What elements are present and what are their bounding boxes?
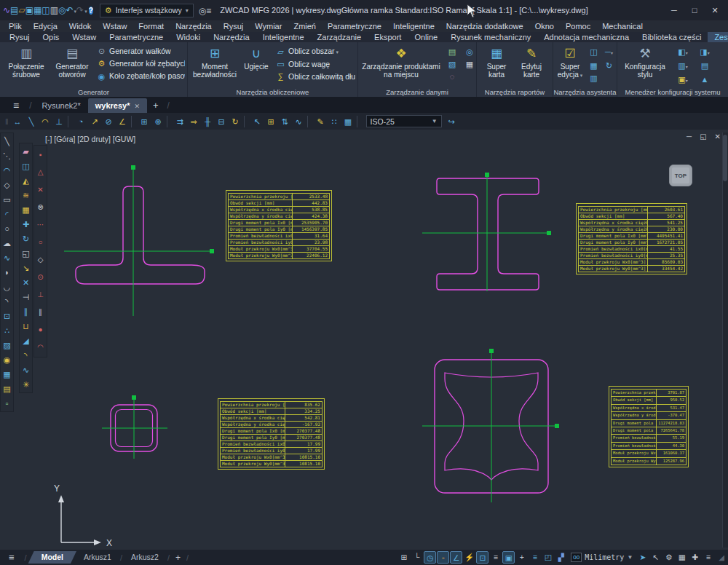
- dim-tolerance-icon[interactable]: ⊞: [138, 115, 151, 128]
- smart-voice-icon[interactable]: ➤: [636, 551, 649, 564]
- doc-close-button[interactable]: ✕: [715, 133, 721, 141]
- calc-total-length-button[interactable]: ∑ Oblicz całkowitą długość: [276, 72, 354, 82]
- region-tool-icon[interactable]: ◉: [1, 352, 12, 367]
- fullscreen-icon[interactable]: ✚: [689, 551, 701, 564]
- selection-cycling-icon[interactable]: ▣: [502, 551, 515, 564]
- menu-narzedzia[interactable]: Narzędzia: [170, 20, 218, 32]
- close-tab-icon[interactable]: ✕: [134, 103, 140, 110]
- dim-style-select[interactable]: ISO-25 ▼: [366, 115, 442, 127]
- snap-parallel-icon[interactable]: ∥: [35, 304, 46, 321]
- vertical-scrollbar[interactable]: [722, 133, 728, 548]
- view-find-icon[interactable]: ◎: [199, 6, 206, 16]
- menu-rysuj[interactable]: Rysuj: [218, 20, 250, 32]
- section-properties-table[interactable]: Powierzchnia przekroju [mm^2] 2603.61 Ob…: [576, 203, 687, 274]
- units-selector[interactable]: 00 Milimetry ▼: [571, 553, 633, 562]
- sync-icon[interactable]: ↻: [603, 60, 615, 71]
- fillet-arc-tool-icon[interactable]: ◜: [1, 207, 12, 221]
- super-edit-button[interactable]: ☑ Super edycja: [555, 44, 585, 87]
- shaft-generator-button[interactable]: ⊙ Generator wałków: [97, 47, 183, 56]
- menu-inteligentne[interactable]: Inteligentne: [387, 20, 440, 32]
- snap-perpendicular-icon[interactable]: ⊥: [35, 286, 46, 304]
- circle-tool-icon[interactable]: ○: [1, 221, 12, 236]
- gear-generator-button[interactable]: ⚙ Generator kół zębatych: [97, 59, 183, 68]
- arc-tool-icon[interactable]: ◠: [1, 163, 12, 178]
- dim-diameter-icon[interactable]: ⊘: [102, 115, 116, 128]
- viewport-controls[interactable]: [-] [Góra] [2D druty] [GUW]: [45, 135, 135, 143]
- preview-icon[interactable]: ◎: [58, 5, 66, 15]
- explode-tool-icon[interactable]: ✳: [20, 377, 31, 392]
- layout-menu-icon[interactable]: ≡: [0, 552, 23, 563]
- layout-tab-arkusz1[interactable]: Arkusz1: [76, 551, 119, 564]
- minimize-button[interactable]: ─: [664, 3, 684, 17]
- help-icon[interactable]: ?: [89, 7, 93, 15]
- table-style-icon[interactable]: ▥: [673, 60, 692, 72]
- settings-gear-icon[interactable]: ⚙: [662, 551, 675, 564]
- moment-of-inertia-button[interactable]: ⊞ Moment bezwładności: [190, 44, 240, 87]
- calc-weight-button[interactable]: ▭ Oblicz wagę: [276, 60, 354, 69]
- mleader-collect-icon[interactable]: ∿: [292, 115, 306, 128]
- snap-tangent-icon[interactable]: ⊙: [35, 269, 46, 286]
- snap-mode-icon[interactable]: +: [515, 551, 528, 564]
- mleader-icon[interactable]: ↖: [250, 115, 264, 128]
- dim-jogged-icon[interactable]: ↗: [88, 115, 102, 128]
- menu-narzedzia-dodatkowe[interactable]: Narzędzia dodatkowe: [440, 20, 529, 32]
- toolbar-grip[interactable]: ‖: [3, 117, 11, 126]
- menu-plik[interactable]: Plik: [3, 20, 28, 32]
- scrollbar-thumb[interactable]: [723, 135, 727, 181]
- menu-mechanical[interactable]: Mechanical: [596, 20, 649, 32]
- snap-midpoint-icon[interactable]: △: [35, 164, 46, 181]
- grip-point[interactable]: [489, 349, 494, 353]
- menu-widok[interactable]: Widok: [63, 20, 98, 32]
- object-snap-icon[interactable]: ▫: [437, 551, 449, 564]
- print-icon[interactable]: ▥: [50, 5, 58, 15]
- offset-tool-icon[interactable]: ≋: [20, 188, 31, 202]
- dim-space-icon[interactable]: ⊟: [215, 115, 229, 128]
- dim-style-manager-icon[interactable]: ▦: [341, 115, 355, 128]
- snap-center-icon[interactable]: ○: [35, 234, 46, 251]
- sheet-style-icon[interactable]: ▣: [673, 74, 692, 86]
- grip-point[interactable]: [555, 424, 559, 428]
- copy-tool-icon[interactable]: ◫: [20, 159, 31, 173]
- dim-ordinate-icon[interactable]: ⊥: [52, 115, 66, 128]
- erase-tool-icon[interactable]: ▰: [20, 144, 31, 159]
- image-data-icon[interactable]: ▧: [445, 59, 459, 69]
- snap-quadrant-icon[interactable]: ◇: [35, 251, 46, 269]
- doc-minimize-button[interactable]: ─: [687, 133, 692, 141]
- section-properties-table[interactable]: Powierzchnia przekroju [mm^2] 3701.87 Ob…: [609, 386, 689, 467]
- tab-rysuj[interactable]: Rysuj: [3, 32, 36, 42]
- break-tool-icon[interactable]: ∥: [20, 304, 31, 319]
- section-properties-table[interactable]: Powierzchnia przekroju [mm^2] 835.62 Obw…: [218, 398, 325, 470]
- chamfer-tool-icon[interactable]: ◢: [20, 333, 31, 348]
- grip-point[interactable]: [132, 395, 136, 400]
- workspace-icon[interactable]: ▞: [555, 551, 567, 564]
- tab-parametryczne[interactable]: Parametryczne: [103, 32, 170, 42]
- statusbar-menu-icon[interactable]: ≡: [702, 551, 714, 564]
- bolt-connection-button[interactable]: ▥ Połączenie śrubowe: [2, 44, 50, 87]
- dim-aligned-icon[interactable]: ╲: [25, 115, 39, 128]
- tab-adnotacja-mechaniczna[interactable]: Adnotacja mechaniczna: [537, 32, 636, 42]
- list-style-icon[interactable]: ▤: [695, 60, 714, 72]
- tab-online[interactable]: Online: [408, 32, 444, 42]
- menu-parametryczne[interactable]: Parametryczne: [322, 20, 387, 32]
- rectangle-tool-icon[interactable]: ▭: [1, 192, 12, 207]
- maximize-button[interactable]: □: [684, 3, 705, 17]
- mleader-align-icon[interactable]: ⇅: [278, 115, 292, 128]
- extend-tool-icon[interactable]: ⊣: [20, 290, 31, 304]
- trim-tool-icon[interactable]: ✕: [20, 275, 31, 290]
- spline-tool-icon[interactable]: ∿: [1, 250, 12, 265]
- menu-wstaw[interactable]: Wstaw: [97, 20, 132, 32]
- workspace-switcher[interactable]: ⚙ Interfejs wstążkowy ▾: [100, 4, 194, 17]
- snap-endpoint-icon[interactable]: ▪: [35, 146, 46, 164]
- save-icon[interactable]: ▣: [25, 5, 33, 15]
- line-tool-icon[interactable]: ╲: [1, 134, 12, 149]
- arc-3point-tool-icon[interactable]: ◡: [1, 280, 12, 294]
- menu-okno[interactable]: Okno: [529, 20, 560, 32]
- snap-intersection-icon[interactable]: ✕: [35, 181, 46, 199]
- super-card-button[interactable]: ▦ Super karta: [479, 44, 514, 87]
- dim-update-icon[interactable]: ↻: [229, 115, 242, 128]
- qat-menu-icon[interactable]: ≡: [206, 6, 211, 16]
- snap-nearest-icon[interactable]: ◠: [35, 339, 46, 356]
- tab-zarzadzanie[interactable]: Zarządzanie: [311, 32, 368, 42]
- cursor-settings-icon[interactable]: ↖: [649, 551, 662, 564]
- new-layout-button[interactable]: +: [171, 553, 185, 563]
